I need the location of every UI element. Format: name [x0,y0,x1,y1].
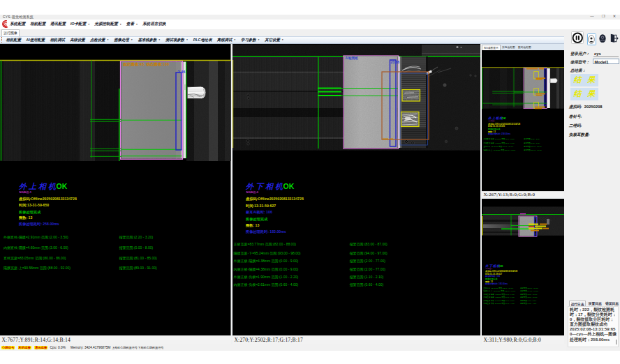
left-process-time: 图像处理耗时: 258.00ms [19,222,59,227]
menu-items: 系统配置相机配置通讯配置IO卡配置▼光源控制配置▼查看▼系统语言切换 [10,20,166,29]
toolbar-item-8[interactable]: PLC地址表 [193,38,212,43]
left-view-status-line: X:7677;Y:891;R:14;G:14;B:14 [0,335,231,344]
menu-item-6[interactable]: 系统语言切换 [142,22,166,27]
toolbar-item-label-11: 其它设置 [265,38,280,43]
login-user-button[interactable] [587,33,596,46]
toolbar-item-5[interactable]: 图像处理▼ [114,38,133,43]
thumb-bot-row: 内侧正极-负极=2.61mm 范围:(0.60 - 4.00) [484,303,515,305]
log-scrollbar[interactable] [616,340,617,344]
measurement-text: 外侧正极-负极=1.90mm 范围:(1.00 - 2.20) [234,275,299,279]
thumb-top-status-line: X:267;Y:13;R:0;G:0;B:0 [482,191,564,197]
alarm-text: 报警范围:(81.00 - 85.00) [119,256,157,260]
user-dark-icon [599,34,606,43]
middle-view-status-line: X:270;Y:2502;R:17;G:17;B:17 [232,335,480,344]
left-measurement-row: 隔膜宽度-上=90.56mm 范围:(88.00 - 92.00) [3,266,71,270]
total-result-label: 总结果： [570,68,586,74]
thumb-tab-data-frames[interactable]: 数据画框图 [517,45,533,50]
toolbar-item-0[interactable]: 相机配置 [6,38,22,43]
thumb-bot-row: 隔膜宽度-下=95.24mm 范围:(93.00 - 98.00) [484,290,516,292]
menu-item-label-4: 光源控制配置 [94,22,118,27]
alarm-text: 报警范围:(0.00 - 8.00) [119,245,154,250]
left-camera-title: 外上相机OK [19,183,67,190]
measurement-text: 外侧直线-隔膜=2.91mm 范围:(2.00 - 3.50) [3,235,68,239]
mid-alarm-row: 报警范围:(1.10 - 2.10) [350,275,384,279]
left-product-texture [0,61,120,161]
exit-button[interactable] [610,33,619,44]
mid-camera-result: OK [283,182,295,190]
left-turns: 圈数: 13 [19,215,32,220]
alarm-text: 报警范围:(0.60 - 4.00) [350,282,384,287]
menu-item-label-2: 通讯配置 [50,22,66,27]
dropdown-arrow-icon: ▼ [158,38,161,41]
measurement-text: 隔膜宽度-下=95.24mm 范围:(93.00 - 98.00) [234,251,301,255]
toolbar-item-3[interactable]: 高级设置 [70,38,85,43]
mid-turns: 圈数: 13 [246,223,259,228]
toolbar-item-7[interactable]: 测试项参数▼ [165,38,188,43]
mid-alarm-row: 报警范围:(0.60 - 4.00) [350,282,384,287]
mid-alarm-row: 报警范围:(2.00 - 77.00) [350,259,385,263]
toolbar-item-4[interactable]: 点检设置▼ [90,38,109,43]
memory-usage: Memory: 3424.41796875M [71,346,110,349]
toolbar-item-10[interactable]: 学习参数▼ [241,38,260,43]
log-output[interactable]: 耗时：222，裂纹检测耗时：17，裂纹分类耗时：0，裂纹提取分区耗时：直方图提取… [568,306,619,348]
switch-user-button[interactable] [599,34,607,43]
thumb-bot-row: 报警范围:(2.00 - 77.00) [520,296,538,298]
mid-process-time: 图像处理耗时: 183.00ms [246,229,286,234]
exit-door-icon [610,33,619,43]
left-measurement-row: 内侧直线-隔膜=4.60mm 范围:(3.00 - 6.00) [3,245,68,250]
mid-alarm-row: 报警范围:(94.00 - 97.00) [350,251,388,255]
mid-ai-time: 极耳AI耗时: 106 [246,210,272,215]
mid-barcode: 虚拟码:Offline20250208133134728 [246,197,304,202]
menu-item-1[interactable]: 相机配置 [30,22,45,27]
toolbar-item-6[interactable]: 基准线参数▼ [138,38,160,43]
minimize-button[interactable]: — [589,15,595,19]
thumb-tab-all-frames[interactable]: 所有画框图 [501,45,517,50]
thumb-top-row: 内侧直线-隔膜=4.60mm 范围:(3.00 - 6.00) [484,142,515,144]
mid-measurement-row: 正极宽度=83.77mm 范围:(82.00 - 88.00) [234,242,296,246]
mid-ribbed-column [399,56,429,148]
menu-item-4[interactable]: 光源控制配置▼ [94,22,121,27]
menu-item-3[interactable]: IO卡配置▼ [71,22,90,27]
side-panel: 登录用户： cys 使用型号： Model1 总结果： 结 果 结 果 虚拟码:… [564,29,620,351]
toolbar-item-1[interactable]: AI使用配置 [26,38,45,43]
document-tab-strip: 运行图像 [0,29,564,36]
thumb-top-row: 报警范围:(2.20 - 3.20) [524,138,540,140]
thumb-threshold-label [526,68,544,69]
thumb-bot-row: 报警范围:(83.00 - 87.00) [520,287,538,289]
dropdown-arrow-icon: ▼ [119,23,121,26]
toolbar-item-label-1: AI使用配置 [26,38,45,43]
menu-item-label-0: 系统配置 [10,22,25,27]
toolbar-item-2[interactable]: 相机调试 [50,38,65,43]
left-tab-pipe [187,86,206,99]
thumb-bot-row: 报警范围:(2.00 - 77.00) [520,294,538,296]
upper-cam-heartbeat: 上相机心跳检测信号 [112,346,138,349]
menu-item-label-3: IO卡配置 [71,22,87,27]
menu-item-2[interactable]: 通讯配置 [50,22,66,27]
left-threshold-label: 固定阈值:93, 动态阈值:100 [123,62,169,67]
menu-item-5[interactable]: 查看▼ [126,22,138,27]
thumb-top-row: 报警范围:(0.00 - 8.00) [524,142,540,144]
toolbar-item-9[interactable]: 离线调试▼ [217,38,236,43]
thumb-tab-ng-display[interactable]: NG成图显示 [482,45,501,50]
toolbar-item-label-7: 测试项参数 [165,38,184,43]
close-button[interactable]: ✕ [612,15,617,19]
dropdown-arrow-icon: ▼ [107,38,109,41]
mid-measurement-row: 内侧正极-隔膜=4.38mm 范围:(0.00 - 9.00) [234,267,299,271]
thumb-bot-camera-result: OK [499,264,503,268]
toolbar-item-label-2: 相机调试 [50,38,65,43]
alarm-text: 报警范围:(1.10 - 2.10) [350,275,384,279]
mid-alarm-row: 报警范围:(83.00 - 87.00) [350,242,388,246]
measurement-text: 内侧正极-隔膜=4.38mm 范围:(0.00 - 9.00) [234,267,299,271]
left-camera-name: 外上相机 [19,182,58,190]
dropdown-arrow-icon: ▼ [281,38,283,41]
toolbar-item-label-9: 离线调试 [217,38,232,43]
maximize-button[interactable]: ❐ [600,15,606,19]
menu-item-0[interactable]: 系统配置 [10,22,25,27]
left-measurement-row: 外侧直线-隔膜=2.91mm 范围:(2.00 - 3.50) [3,235,68,239]
mid-time: 时间:13-31-59-627 [246,204,276,208]
qr-code-label: 二维码: [569,123,582,129]
toolbar-item-11[interactable]: 其它设置▼ [265,38,283,43]
tab-run-image[interactable]: 运行图像 [1,29,20,36]
thumb-bot-row: 外侧正极-隔膜=4.38mm 范围:(0.00 - 9.00) [484,294,515,296]
pause-button[interactable] [571,31,584,45]
